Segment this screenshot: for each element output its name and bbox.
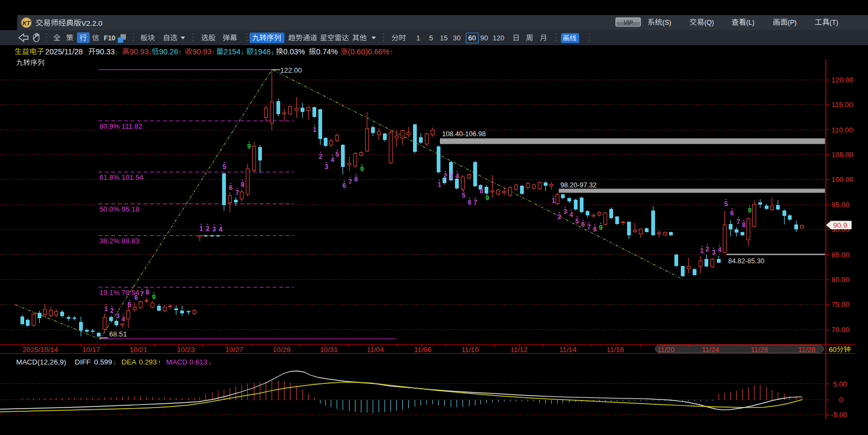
- svg-text:5: 5: [462, 192, 466, 199]
- svg-text:8: 8: [742, 221, 746, 229]
- svg-text:10/27: 10/27: [225, 346, 243, 354]
- svg-text:95.00: 95.00: [831, 201, 850, 209]
- svg-text:(L): (L): [746, 19, 755, 26]
- svg-text:↓: ↓: [208, 359, 211, 366]
- svg-text:7: 7: [236, 189, 239, 197]
- svg-text:90: 90: [480, 34, 488, 42]
- svg-text:(0.60)0.66%: (0.60)0.66%: [348, 47, 390, 56]
- svg-text:9: 9: [247, 143, 251, 150]
- svg-text:0.293: 0.293: [139, 358, 157, 366]
- svg-text:1: 1: [552, 197, 556, 205]
- svg-text:2025/10/14: 2025/10/14: [23, 346, 58, 354]
- svg-text:85.00: 85.00: [831, 251, 850, 259]
- svg-text:(Q): (Q): [705, 19, 714, 26]
- svg-text:6: 6: [581, 221, 585, 228]
- svg-text:70.00: 70.00: [831, 326, 850, 334]
- svg-text:6: 6: [730, 209, 734, 217]
- svg-text:3: 3: [712, 249, 716, 256]
- svg-text:KT: KT: [23, 20, 31, 26]
- svg-text:4: 4: [219, 226, 223, 233]
- svg-text:↑: ↑: [179, 48, 182, 56]
- svg-text:MACD(12,26,9): MACD(12,26,9): [16, 358, 66, 366]
- svg-text:10/29: 10/29: [273, 346, 290, 354]
- svg-text:84.82-85.30: 84.82-85.30: [728, 257, 764, 265]
- svg-text:↓: ↓: [115, 48, 119, 56]
- svg-text:7: 7: [587, 223, 591, 231]
- svg-text:90.93: 90.93: [130, 47, 149, 56]
- svg-text:0: 0: [839, 396, 843, 404]
- svg-text:50.0% 95.18: 50.0% 95.18: [99, 205, 139, 213]
- svg-text:1: 1: [700, 247, 704, 255]
- svg-text:11/20: 11/20: [657, 346, 674, 354]
- svg-text:8: 8: [241, 181, 245, 188]
- svg-text:2: 2: [706, 245, 709, 253]
- svg-text:0.599: 0.599: [94, 358, 112, 366]
- svg-text:9: 9: [152, 293, 156, 301]
- svg-text:90.93: 90.93: [193, 47, 212, 56]
- svg-text:3: 3: [212, 226, 216, 233]
- svg-text:1948: 1948: [254, 47, 271, 56]
- svg-text:4: 4: [570, 211, 573, 219]
- svg-text:5: 5: [575, 218, 579, 225]
- svg-text:11/28: 11/28: [798, 346, 815, 354]
- svg-text:105.00: 105.00: [831, 151, 853, 159]
- svg-text:10/31: 10/31: [320, 346, 338, 354]
- svg-text:10/23: 10/23: [177, 346, 195, 354]
- svg-text:120.00: 120.00: [831, 76, 853, 84]
- svg-text:11/12: 11/12: [510, 346, 528, 354]
- svg-text:80.00: 80.00: [831, 276, 850, 284]
- svg-text:0.74%: 0.74%: [316, 47, 338, 56]
- svg-text:↑: ↑: [212, 48, 216, 56]
- svg-text:↑: ↑: [389, 48, 393, 56]
- svg-text:3: 3: [450, 173, 453, 180]
- svg-text:4: 4: [122, 315, 125, 323]
- svg-text:↓: ↓: [113, 359, 116, 366]
- svg-text:4: 4: [331, 156, 335, 164]
- svg-text:108.40-106.98: 108.40-106.98: [442, 130, 486, 138]
- svg-text:5: 5: [128, 301, 132, 308]
- svg-text:15: 15: [440, 34, 447, 42]
- svg-text:7: 7: [474, 199, 478, 206]
- svg-text:MACD: MACD: [166, 358, 188, 366]
- svg-text:(T): (T): [830, 19, 838, 26]
- svg-text:3: 3: [325, 163, 329, 171]
- svg-text:↓: ↓: [271, 48, 275, 56]
- svg-text:-5.00: -5.00: [831, 411, 848, 419]
- svg-text:122.00: 122.00: [280, 66, 302, 74]
- svg-text:5: 5: [724, 200, 728, 208]
- svg-text:30: 30: [453, 34, 460, 42]
- svg-text:8: 8: [146, 289, 150, 296]
- svg-text:6: 6: [134, 294, 138, 301]
- svg-text:11/10: 11/10: [461, 346, 479, 354]
- svg-text:4: 4: [456, 172, 459, 180]
- svg-text:2: 2: [110, 307, 114, 314]
- svg-text:5: 5: [336, 151, 339, 158]
- svg-text:VIP: VIP: [623, 19, 633, 26]
- svg-text:6: 6: [229, 184, 233, 192]
- svg-text:5.00: 5.00: [833, 380, 847, 388]
- svg-text:2: 2: [206, 225, 210, 233]
- svg-text:11/18: 11/18: [607, 346, 624, 354]
- svg-text:11/04: 11/04: [367, 346, 384, 354]
- svg-text:10/21: 10/21: [130, 346, 147, 354]
- svg-text:7: 7: [737, 218, 741, 226]
- svg-text:6: 6: [343, 182, 346, 190]
- svg-text:↓: ↓: [241, 48, 245, 56]
- svg-text:68.51: 68.51: [109, 330, 127, 338]
- svg-text:115.00: 115.00: [831, 101, 853, 109]
- svg-text:19.1% 78.54: 19.1% 78.54: [99, 289, 139, 297]
- svg-text:4: 4: [718, 246, 722, 254]
- svg-text:DEA: DEA: [122, 358, 137, 366]
- svg-text:1: 1: [416, 34, 420, 42]
- svg-text:90.33: 90.33: [96, 47, 115, 56]
- svg-text:8: 8: [480, 187, 483, 195]
- svg-text:2154: 2154: [224, 47, 241, 56]
- svg-text:9: 9: [360, 165, 364, 173]
- svg-text:10/17: 10/17: [82, 346, 100, 354]
- svg-text:98.20-97.32: 98.20-97.32: [560, 181, 596, 189]
- svg-text:↑: ↑: [158, 359, 161, 366]
- svg-text:5: 5: [429, 34, 433, 42]
- svg-text:2: 2: [444, 172, 447, 180]
- svg-text:7: 7: [140, 290, 144, 298]
- svg-text:60: 60: [829, 346, 837, 354]
